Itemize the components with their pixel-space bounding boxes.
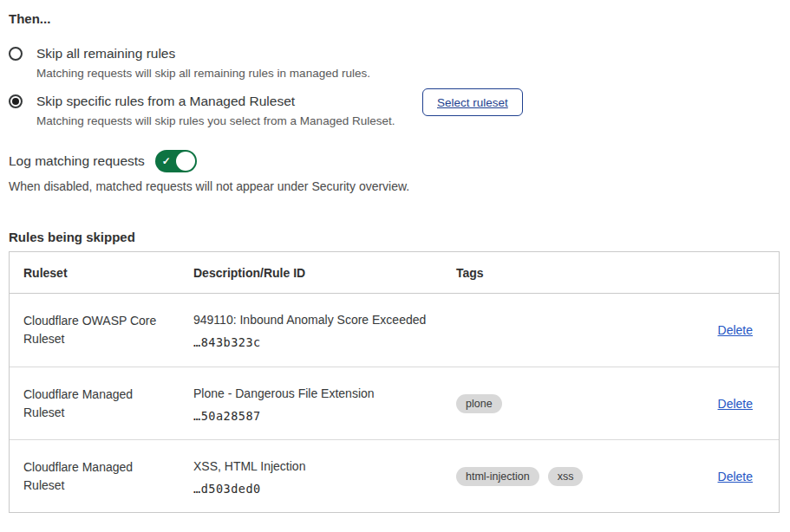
option-skip-specific: Skip specific rules from a Managed Rules… — [9, 92, 780, 129]
tags-cell: html-injection xss — [456, 467, 718, 486]
option-skip-specific-label[interactable]: Skip specific rules from a Managed Rules… — [36, 92, 422, 111]
option-skip-specific-text: Skip specific rules from a Managed Rules… — [36, 92, 422, 129]
rule-description-cell: XSS, HTML Injection …d503ded0 — [193, 457, 456, 496]
then-heading: Then... — [9, 10, 780, 27]
table-row: Cloudflare OWASP Core Ruleset 949110: In… — [10, 294, 779, 367]
delete-link[interactable]: Delete — [718, 470, 753, 483]
option-skip-all-remaining: Skip all remaining rules Matching reques… — [9, 44, 780, 81]
table-row: Cloudflare Managed Ruleset Plone - Dange… — [10, 367, 779, 439]
option-skip-specific-description: Matching requests will skip rules you se… — [36, 113, 422, 129]
option-skip-all-label[interactable]: Skip all remaining rules — [36, 44, 370, 63]
tag-badge: xss — [548, 467, 584, 486]
table-header-row: Ruleset Description/Rule ID Tags — [10, 252, 779, 294]
ruleset-name: Cloudflare Managed Ruleset — [23, 386, 193, 422]
rule-description: 949110: Inbound Anomaly Score Exceeded — [193, 311, 456, 328]
delete-link[interactable]: Delete — [718, 323, 753, 337]
toggle-knob — [176, 152, 195, 171]
log-matching-toggle[interactable]: ✓ — [155, 150, 197, 172]
rule-description: XSS, HTML Injection — [193, 457, 456, 475]
column-header-description: Description/Rule ID — [193, 266, 456, 280]
rule-description: Plone - Dangerous File Extension — [193, 385, 456, 402]
option-skip-all-description: Matching requests will skip all remainin… — [36, 65, 370, 81]
column-header-tags: Tags — [456, 266, 753, 280]
rules-skipped-heading: Rules being skipped — [9, 229, 780, 245]
log-matching-row: Log matching requests ✓ — [9, 150, 780, 172]
waf-skip-rule-form: Then... Skip all remaining rules Matchin… — [0, 0, 790, 513]
column-header-ruleset: Ruleset — [23, 266, 193, 280]
rule-description-cell: Plone - Dangerous File Extension …50a285… — [193, 385, 456, 423]
tag-badge: plone — [456, 394, 502, 413]
tag-badge: html-injection — [456, 467, 539, 486]
table-row: Cloudflare Managed Ruleset XSS, HTML Inj… — [10, 439, 779, 512]
log-matching-label: Log matching requests — [9, 150, 145, 172]
log-matching-description: When disabled, matched requests will not… — [9, 178, 780, 194]
rule-id: …d503ded0 — [193, 482, 456, 496]
ruleset-name: Cloudflare Managed Ruleset — [23, 458, 193, 495]
check-icon: ✓ — [162, 156, 171, 166]
radio-skip-specific[interactable] — [9, 94, 23, 108]
rule-id: …50a28587 — [193, 409, 456, 423]
option-skip-all-text: Skip all remaining rules Matching reques… — [36, 44, 370, 81]
select-ruleset-button[interactable]: Select ruleset — [422, 88, 523, 116]
ruleset-name: Cloudflare OWASP Core Ruleset — [23, 312, 193, 348]
tags-cell: plone — [456, 394, 718, 413]
rules-skipped-table: Ruleset Description/Rule ID Tags Cloudfl… — [9, 251, 780, 513]
rule-description-cell: 949110: Inbound Anomaly Score Exceeded …… — [193, 311, 456, 349]
delete-link[interactable]: Delete — [718, 397, 753, 411]
rule-id: …843b323c — [193, 335, 456, 349]
radio-skip-all-remaining[interactable] — [9, 47, 23, 61]
